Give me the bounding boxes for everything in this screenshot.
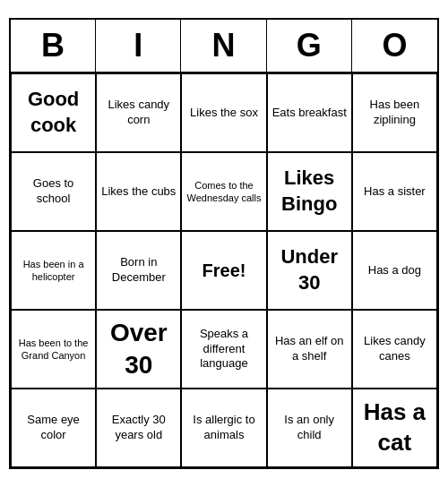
bingo-cell-3[interactable]: Eats breakfast [267, 73, 352, 152]
bingo-cell-2[interactable]: Likes the sox [181, 73, 266, 152]
bingo-cell-14[interactable]: Has a dog [352, 231, 437, 310]
bingo-cell-15[interactable]: Has been to the Grand Canyon [11, 310, 96, 389]
bingo-cell-24[interactable]: Has a cat [352, 389, 437, 467]
bingo-cell-7[interactable]: Comes to the Wednesday calls [181, 152, 266, 231]
bingo-card: BINGO Good cookLikes candy cornLikes the… [9, 18, 439, 469]
bingo-cell-6[interactable]: Likes the cubs [96, 152, 181, 231]
bingo-cell-0[interactable]: Good cook [11, 73, 96, 152]
bingo-cell-12[interactable]: Free! [181, 231, 266, 310]
bingo-cell-9[interactable]: Has a sister [352, 152, 437, 231]
bingo-cell-10[interactable]: Has been in a helicopter [11, 231, 96, 310]
bingo-cell-20[interactable]: Same eye color [11, 389, 96, 467]
bingo-cell-16[interactable]: Over 30 [96, 310, 181, 389]
header-letter-O: O [352, 20, 437, 72]
header-letter-B: B [11, 20, 96, 72]
header-letter-G: G [267, 20, 352, 72]
header-letter-I: I [96, 20, 181, 72]
bingo-header: BINGO [11, 20, 437, 73]
bingo-cell-17[interactable]: Speaks a different language [181, 310, 266, 389]
bingo-cell-23[interactable]: Is an only child [267, 389, 352, 467]
bingo-cell-22[interactable]: Is allergic to animals [181, 389, 266, 467]
bingo-cell-18[interactable]: Has an elf on a shelf [267, 310, 352, 389]
bingo-grid: Good cookLikes candy cornLikes the soxEa… [11, 73, 437, 467]
bingo-cell-1[interactable]: Likes candy corn [96, 73, 181, 152]
bingo-cell-4[interactable]: Has been ziplining [352, 73, 437, 152]
bingo-cell-13[interactable]: Under 30 [267, 231, 352, 310]
bingo-cell-21[interactable]: Exactly 30 years old [96, 389, 181, 467]
bingo-cell-8[interactable]: Likes Bingo [267, 152, 352, 231]
bingo-cell-11[interactable]: Born in December [96, 231, 181, 310]
bingo-cell-19[interactable]: Likes candy canes [352, 310, 437, 389]
bingo-cell-5[interactable]: Goes to school [11, 152, 96, 231]
header-letter-N: N [181, 20, 266, 72]
